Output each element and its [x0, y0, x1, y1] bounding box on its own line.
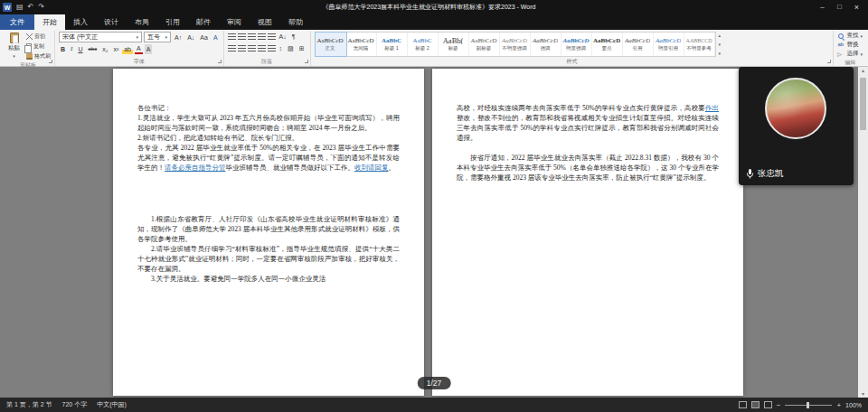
zoom-out-button[interactable]: −: [777, 401, 781, 409]
change-case-icon[interactable]: Aa: [198, 33, 210, 42]
font-color-icon[interactable]: A: [135, 44, 143, 54]
doc-paragraph[interactable]: 2.烦请书记们，把此通知转给有书记、院长专门汇报。: [137, 133, 400, 143]
print-layout-icon[interactable]: [751, 401, 760, 408]
page-1[interactable]: 各位书记：1.灵活就业，学生大致可从 2023 年五六月份高校假期开始（毕业生可…: [113, 69, 424, 396]
distribute-icon[interactable]: [268, 45, 276, 52]
zoom-slider[interactable]: [785, 405, 832, 406]
clipboard-dialog-launcher-icon[interactable]: [49, 60, 52, 63]
italic-icon[interactable]: I: [69, 44, 74, 54]
doc-paragraph[interactable]: 2.请毕业班辅导员仔细学习“材料审核标准”，指导毕业生规范填报、提供“十大类二十…: [137, 244, 400, 274]
doc-paragraph[interactable]: 1.灵活就业，学生大致可从 2023 年五六月份高校假期开始（毕业生可面询填写）…: [137, 113, 400, 133]
scroll-down-icon[interactable]: ▾: [862, 390, 864, 397]
doc-paragraph[interactable]: 各位书记：: [137, 103, 400, 113]
tab-8[interactable]: 帮助: [280, 14, 311, 30]
word-app-icon[interactable]: W: [3, 3, 12, 12]
paragraph-dialog-launcher-icon[interactable]: [305, 60, 308, 63]
zoom-level[interactable]: 100%: [845, 402, 862, 408]
doc-paragraph[interactable]: 3.关于灵活就业。要避免同一学院多人在同一小微企业灵活: [137, 274, 400, 284]
style-item-8[interactable]: AaBbCcD明显强调: [561, 33, 592, 56]
style-item-3[interactable]: AaBbC标题 2: [408, 33, 439, 56]
styles-dialog-launcher-icon[interactable]: [827, 60, 831, 63]
replace-button[interactable]: 替换: [837, 41, 863, 49]
scrollbar-thumb[interactable]: [860, 78, 866, 130]
style-item-11[interactable]: AaBbCcD明显引用: [654, 33, 684, 56]
underline-icon[interactable]: U: [76, 44, 84, 54]
tab-6[interactable]: 审阅: [219, 14, 250, 30]
gallery-up-icon[interactable]: ▴: [719, 33, 722, 38]
font-size-combo[interactable]: 五号 ▾: [144, 32, 171, 42]
webcam-overlay[interactable]: 张忠凯: [739, 67, 854, 185]
align-left-icon[interactable]: [228, 45, 236, 52]
borders-icon[interactable]: ⊞: [297, 43, 307, 53]
format-painter-button[interactable]: 格式刷: [26, 52, 51, 61]
align-right-icon[interactable]: [248, 45, 256, 52]
subscript-icon[interactable]: x₂: [100, 44, 109, 54]
find-button[interactable]: 查找▾: [837, 32, 863, 40]
style-item-7[interactable]: AaBbCcD强调: [531, 33, 561, 56]
tab-2[interactable]: 设计: [96, 14, 127, 30]
style-item-1[interactable]: AaBbCcD无间隔: [346, 33, 377, 56]
vertical-scrollbar[interactable]: ▴ ▾: [858, 67, 868, 398]
bold-icon[interactable]: B: [59, 44, 67, 54]
undo-icon[interactable]: ↶: [28, 4, 34, 11]
tab-4[interactable]: 引用: [157, 14, 188, 30]
redo-icon[interactable]: ↷: [38, 4, 44, 11]
superscript-icon[interactable]: x²: [111, 44, 120, 54]
strikethrough-icon[interactable]: abc: [86, 44, 99, 54]
justify-icon[interactable]: [258, 45, 266, 52]
clear-formatting-icon[interactable]: A: [212, 33, 220, 42]
tab-5[interactable]: 邮件: [188, 14, 219, 30]
font-name-combo[interactable]: 宋体 (中文正 ▾: [59, 32, 142, 42]
style-item-10[interactable]: AaBbCcD引用: [623, 33, 654, 56]
page-2[interactable]: 高校，对经核实连续两年去向落实率低于 50%的学科专业点实行黄牌提示，高校要作出…: [432, 69, 743, 396]
tab-1[interactable]: 插入: [65, 14, 96, 30]
increase-indent-icon[interactable]: [268, 33, 276, 40]
decrease-indent-icon[interactable]: [258, 33, 266, 40]
grow-font-icon[interactable]: A↑: [173, 33, 184, 42]
font-dialog-launcher-icon[interactable]: [218, 60, 222, 63]
style-item-9[interactable]: AaBbCcD要点: [592, 33, 623, 56]
align-center-icon[interactable]: [238, 45, 246, 52]
bullets-icon[interactable]: [228, 33, 236, 40]
statusbar-word-count[interactable]: 720 个字: [62, 400, 88, 409]
style-item-4[interactable]: AaBb(标题: [439, 33, 469, 56]
doc-paragraph[interactable]: 按省厅通知，2022 届毕业生就业去向落实率（截止 2022.8.31 数据），…: [457, 153, 719, 183]
tab-file[interactable]: 文件: [0, 14, 34, 30]
style-item-0[interactable]: AaBbCcD正文: [316, 33, 346, 56]
close-button[interactable]: ×: [848, 0, 865, 14]
restore-button[interactable]: □: [831, 0, 848, 14]
style-item-2[interactable]: AaBbC标题 1: [377, 33, 408, 56]
line-spacing-icon[interactable]: ↕: [278, 43, 285, 53]
tab-7[interactable]: 视图: [250, 14, 280, 30]
shading-icon[interactable]: ▨: [286, 43, 296, 53]
zoom-slider-thumb[interactable]: [807, 402, 809, 408]
paste-button[interactable]: 粘贴 ▾: [5, 32, 23, 61]
statusbar-page-info[interactable]: 第 1 页，第 2 节: [6, 400, 52, 409]
doc-paragraph[interactable]: 高校，对经核实连续两年去向落实率低于 50%的学科专业点实行黄牌提示，高校要作出…: [457, 103, 719, 143]
scroll-up-icon[interactable]: ▴: [862, 67, 864, 73]
style-item-5[interactable]: AaBbCcD副标题: [469, 33, 500, 56]
character-shading-icon[interactable]: A: [145, 44, 153, 54]
read-mode-icon[interactable]: [739, 401, 747, 408]
gallery-down-icon[interactable]: ▾: [719, 42, 722, 47]
doc-paragraph[interactable]: 1.根据山东省教育厅、人社厅印发《山东省高校毕业生就业证明材料审核标准》通知，现…: [137, 214, 400, 244]
style-item-12[interactable]: AABBCCD不明显参考: [684, 33, 715, 56]
multilevel-list-icon[interactable]: [248, 33, 256, 40]
select-button[interactable]: 选择▾: [837, 50, 863, 58]
save-icon[interactable]: ▤: [16, 4, 24, 11]
cut-button[interactable]: 剪切: [26, 33, 51, 41]
zoom-in-button[interactable]: +: [836, 401, 841, 409]
shrink-font-icon[interactable]: A↓: [185, 33, 196, 42]
numbering-icon[interactable]: [238, 33, 246, 40]
minimize-button[interactable]: –: [814, 0, 831, 14]
tab-3[interactable]: 布局: [127, 14, 157, 30]
show-formatting-marks-icon[interactable]: ¶: [290, 32, 297, 42]
statusbar-language[interactable]: 中文(中国): [97, 400, 127, 409]
web-layout-icon[interactable]: [764, 401, 772, 408]
sort-icon[interactable]: A↓: [278, 32, 288, 42]
gallery-more-icon[interactable]: ▾: [719, 51, 722, 56]
doc-paragraph[interactable]: 各专业，尤其 2022 届毕业生就业率低于 50%的相关专业，在 2023 届毕…: [137, 143, 400, 173]
highlight-color-icon[interactable]: ab: [122, 44, 133, 54]
tab-0[interactable]: 开始: [34, 14, 65, 30]
style-item-6[interactable]: AaBbCcD不明显强调: [500, 33, 531, 56]
